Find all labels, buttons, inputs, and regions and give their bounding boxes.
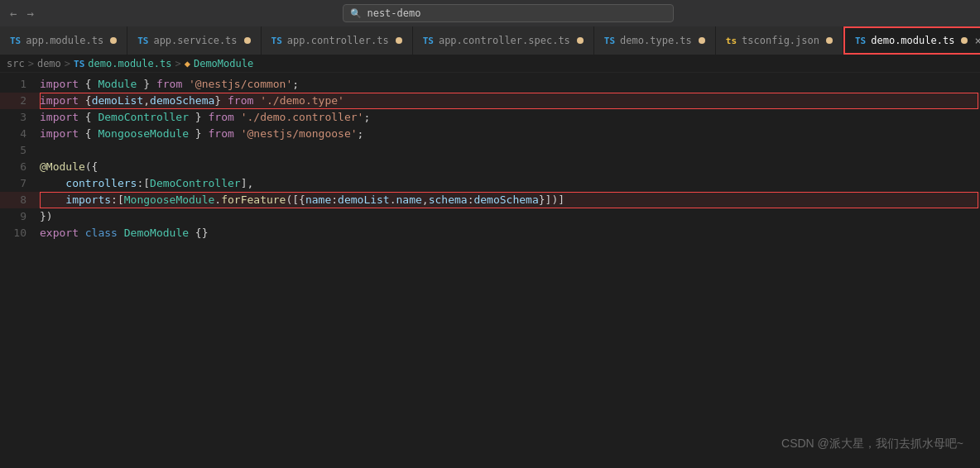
bc-class: DemoModule bbox=[194, 58, 253, 69]
tab-label: app.controller.ts bbox=[287, 35, 389, 46]
code-line-4: 4 import { MongooseModule } from '@nestj… bbox=[0, 126, 980, 142]
nav-arrows: ← → bbox=[7, 5, 37, 21]
line-number-9: 9 bbox=[0, 208, 40, 225]
line-number-1: 1 bbox=[0, 76, 40, 93]
tabs-bar: TS app.module.ts TS app.service.ts TS ap… bbox=[0, 26, 980, 55]
line-number-5: 5 bbox=[0, 142, 40, 159]
code-line-3: 3 import { DemoController } from './demo… bbox=[0, 109, 980, 126]
line-content-8: imports:[MongooseModule.forFeature([{nam… bbox=[40, 192, 980, 208]
modified-indicator bbox=[396, 37, 402, 44]
code-line-7: 7 controllers:[DemoController], bbox=[0, 175, 980, 192]
ts-icon: TS bbox=[271, 36, 282, 46]
bc-sep3: > bbox=[175, 58, 180, 69]
tab-label: demo.type.ts bbox=[620, 35, 692, 46]
bc-sep2: > bbox=[65, 58, 70, 69]
tab-tsconfig[interactable]: ts tsconfig.json bbox=[716, 26, 843, 55]
line-number-6: 6 bbox=[0, 159, 40, 175]
tab-demo-type[interactable]: TS demo.type.ts bbox=[594, 26, 716, 55]
ts-icon: TS bbox=[137, 36, 148, 46]
modified-indicator bbox=[699, 37, 705, 44]
line-content-4: import { MongooseModule } from '@nestjs/… bbox=[40, 126, 980, 142]
modified-indicator bbox=[826, 37, 833, 44]
bc-file: demo.module.ts bbox=[88, 58, 171, 69]
back-arrow[interactable]: ← bbox=[7, 5, 20, 21]
code-editor: 1 import { Module } from '@nestjs/common… bbox=[0, 73, 980, 245]
code-line-9: 9 }) bbox=[0, 208, 980, 225]
line-number-8: 8 bbox=[0, 192, 40, 208]
code-line-8: 8 imports:[MongooseModule.forFeature([{n… bbox=[0, 192, 980, 208]
tab-label: app.module.ts bbox=[26, 35, 103, 46]
search-bar[interactable]: 🔍 nest-demo bbox=[343, 4, 674, 22]
line-content-5 bbox=[40, 142, 980, 159]
bc-demo: demo bbox=[37, 58, 61, 69]
tab-label: app.service.ts bbox=[153, 35, 237, 46]
line-number-7: 7 bbox=[0, 175, 40, 192]
line-content-7: controllers:[DemoController], bbox=[40, 175, 980, 192]
ts-icon: TS bbox=[10, 36, 21, 46]
close-tab-button[interactable]: × bbox=[974, 34, 980, 47]
modified-indicator bbox=[961, 37, 968, 44]
line-content-9: }) bbox=[40, 208, 980, 225]
tab-label: app.controller.spec.ts bbox=[439, 35, 570, 46]
bc-icon: ◆ bbox=[185, 58, 190, 69]
tab-app-controller-spec[interactable]: TS app.controller.spec.ts bbox=[413, 26, 594, 55]
line-number-3: 3 bbox=[0, 109, 40, 126]
line-content-1: import { Module } from '@nestjs/common'; bbox=[40, 76, 980, 93]
forward-arrow[interactable]: → bbox=[23, 5, 36, 21]
code-line-6: 6 @Module({ bbox=[0, 159, 980, 175]
tab-app-controller[interactable]: TS app.controller.ts bbox=[262, 26, 413, 55]
line-content-3: import { DemoController } from './demo.c… bbox=[40, 109, 980, 126]
modified-indicator bbox=[577, 37, 584, 44]
ts-icon: TS bbox=[423, 36, 434, 46]
code-line-10: 10 export class DemoModule {} bbox=[0, 225, 980, 241]
modified-indicator bbox=[110, 37, 117, 44]
ts-icon: TS bbox=[855, 36, 866, 46]
search-icon: 🔍 bbox=[350, 8, 362, 19]
line-content-2: import {demoList,demoSchema} from './dem… bbox=[40, 93, 980, 109]
ts-icon: TS bbox=[604, 36, 615, 46]
watermark: CSDN @派大星，我们去抓水母吧~ bbox=[781, 437, 963, 451]
tab-label: demo.module.ts bbox=[871, 35, 954, 46]
tab-demo-module[interactable]: TS demo.module.ts × bbox=[843, 26, 980, 55]
search-text: nest-demo bbox=[367, 7, 420, 19]
top-bar: ← → 🔍 nest-demo bbox=[0, 0, 980, 26]
ts-icon: ts bbox=[726, 36, 737, 46]
line-content-10: export class DemoModule {} bbox=[40, 225, 980, 241]
tab-app-module[interactable]: TS app.module.ts bbox=[0, 26, 127, 55]
line-number-4: 4 bbox=[0, 126, 40, 142]
code-line-1: 1 import { Module } from '@nestjs/common… bbox=[0, 76, 980, 93]
breadcrumb: src > demo > TS demo.module.ts > ◆ DemoM… bbox=[0, 55, 980, 73]
bc-sep1: > bbox=[28, 58, 34, 69]
modified-indicator bbox=[244, 37, 251, 44]
bc-ts-icon: TS bbox=[74, 59, 84, 69]
line-number-10: 10 bbox=[0, 225, 40, 241]
line-content-6: @Module({ bbox=[40, 159, 980, 175]
tab-label: tsconfig.json bbox=[742, 35, 819, 46]
line-number-2: 2 bbox=[0, 93, 40, 109]
code-line-2: 2 import {demoList,demoSchema} from './d… bbox=[0, 93, 980, 109]
tab-app-service[interactable]: TS app.service.ts bbox=[127, 26, 261, 55]
code-line-5: 5 bbox=[0, 142, 980, 159]
bc-src: src bbox=[7, 58, 25, 69]
